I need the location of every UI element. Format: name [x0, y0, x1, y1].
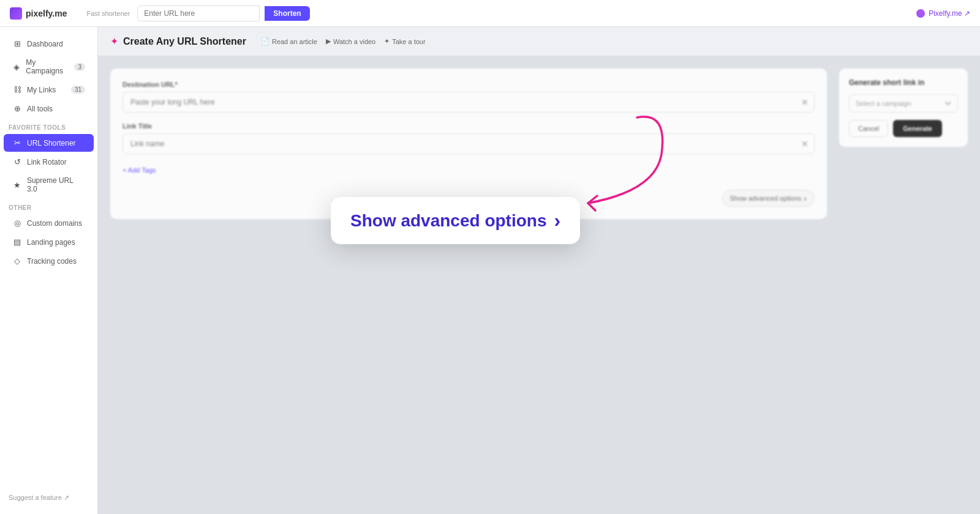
sidebar-item-label: Supreme URL 3.0 — [27, 176, 85, 193]
sidebar-item-label: Dashboard — [27, 40, 63, 48]
topbar-left: pixelfy.me Fast shortener Shorten — [10, 6, 310, 21]
page-title-area: ✦ Create Any URL Shortener — [110, 35, 246, 47]
take-tour-label: Take a tour — [392, 38, 425, 45]
tracking-icon: ◇ — [12, 256, 22, 266]
advanced-options-button[interactable]: Show advanced options › — [722, 190, 815, 207]
sidebar-item-my-links[interactable]: ⛓ My Links 31 — [4, 81, 94, 99]
link-title-input[interactable] — [123, 133, 815, 154]
generate-button[interactable]: Generate — [893, 120, 942, 137]
campaigns-badge: 3 — [74, 63, 85, 71]
sidebar-item-label: My Campaigns — [26, 58, 69, 75]
sidebar-item-dashboard[interactable]: ⊞ Dashboard — [4, 35, 94, 53]
link-title-group: Link Title ✕ — [123, 122, 815, 154]
links-badge: 31 — [71, 86, 85, 94]
destination-url-group: Destination URL* ✕ — [123, 81, 815, 113]
star-icon: ★ — [12, 181, 22, 190]
sidebar-item-landing-pages[interactable]: ▤ Landing pages — [4, 233, 94, 251]
panel-actions: Cancel Generate — [849, 120, 958, 137]
cancel-button[interactable]: Cancel — [849, 120, 888, 137]
logo-icon — [10, 7, 22, 20]
page-icon: ▤ — [12, 237, 22, 247]
sidebar-item-label: Link Rotator — [27, 158, 67, 166]
other-section: OTHER — [0, 198, 97, 214]
destination-url-input[interactable] — [123, 92, 815, 113]
sidebar-item-custom-domains[interactable]: ◎ Custom domains — [4, 214, 94, 232]
sidebar-item-my-campaigns[interactable]: ◈ My Campaigns 3 — [4, 54, 94, 80]
right-panel: Generate short link in Select a campaign… — [839, 69, 968, 147]
shorten-button[interactable]: Shorten — [265, 6, 309, 21]
page-header: ✦ Create Any URL Shortener 📄 Read an art… — [98, 27, 980, 56]
page-title-icon: ✦ — [110, 35, 118, 47]
link-title-clear-icon[interactable]: ✕ — [801, 139, 809, 149]
link-title-label: Link Title — [123, 122, 815, 130]
add-tags-link[interactable]: + Add Tags — [123, 166, 156, 174]
sidebar-item-url-shortener[interactable]: ✂ URL Shortener — [4, 134, 94, 152]
sidebar-item-tracking-codes[interactable]: ◇ Tracking codes — [4, 252, 94, 270]
content-area: Destination URL* ✕ Link Title ✕ + Add Ta… — [98, 56, 980, 231]
right-panel-title: Generate short link in — [849, 78, 958, 87]
watch-video-label: Watch a video — [333, 38, 375, 45]
video-icon: ▶ — [326, 37, 331, 45]
sidebar-item-label: My Links — [27, 86, 56, 94]
topbar-right: Pixelfy.me ↗ — [916, 9, 970, 18]
sidebar-item-label: Custom domains — [27, 219, 82, 228]
sidebar-item-label: All tools — [27, 105, 53, 113]
account-icon — [916, 9, 925, 18]
article-icon: 📄 — [261, 37, 270, 45]
sidebar-item-label: Landing pages — [27, 238, 75, 247]
sidebar-item-label: URL Shortener — [27, 139, 76, 147]
read-article-label: Read an article — [272, 38, 317, 45]
destination-url-clear-icon[interactable]: ✕ — [801, 97, 809, 107]
logo: pixelfy.me — [10, 7, 67, 20]
fast-shortener: Fast shortener Shorten — [86, 6, 309, 21]
campaigns-icon: ◈ — [12, 62, 21, 72]
logo-text: pixelfy.me — [26, 9, 67, 18]
fast-shortener-label: Fast shortener — [86, 10, 130, 17]
tools-icon: ⊕ — [12, 104, 22, 113]
sidebar: ⊞ Dashboard ◈ My Campaigns 3 ⛓ My Links … — [0, 27, 98, 514]
take-tour-link[interactable]: ✦ Take a tour — [384, 37, 425, 45]
form-panel: Destination URL* ✕ Link Title ✕ + Add Ta… — [110, 69, 827, 219]
page-header-links: 📄 Read an article ▶ Watch a video ✦ Take… — [261, 37, 426, 45]
link-title-input-wrap: ✕ — [123, 133, 815, 154]
grid-icon: ⊞ — [12, 39, 22, 48]
destination-url-label: Destination URL* — [123, 81, 815, 88]
destination-url-input-wrap: ✕ — [123, 92, 815, 113]
sidebar-item-link-rotator[interactable]: ↺ Link Rotator — [4, 153, 94, 171]
sidebar-item-supreme-url[interactable]: ★ Supreme URL 3.0 — [4, 172, 94, 198]
rotate-icon: ↺ — [12, 157, 22, 166]
read-article-link[interactable]: 📄 Read an article — [261, 37, 317, 45]
watch-video-link[interactable]: ▶ Watch a video — [326, 37, 375, 45]
account-label[interactable]: Pixelfy.me ↗ — [929, 9, 970, 18]
links-icon: ⛓ — [12, 85, 22, 94]
layout: ⊞ Dashboard ◈ My Campaigns 3 ⛓ My Links … — [0, 27, 980, 514]
scissors-icon: ✂ — [12, 138, 22, 147]
sidebar-item-label: Tracking codes — [27, 257, 77, 266]
tour-icon: ✦ — [384, 37, 390, 45]
advanced-options-chevron: › — [804, 193, 807, 203]
fast-shortener-input[interactable] — [137, 6, 260, 21]
page-title: Create Any URL Shortener — [123, 36, 246, 47]
campaign-select[interactable]: Select a campaign — [849, 94, 958, 113]
domain-icon: ◎ — [12, 218, 22, 228]
favorite-tools-section: FAVORITE TOOLS — [0, 118, 97, 133]
main-content: ✦ Create Any URL Shortener 📄 Read an art… — [98, 27, 980, 514]
advanced-options-label: Show advanced options — [730, 195, 802, 202]
topbar: pixelfy.me Fast shortener Shorten Pixelf… — [0, 0, 980, 27]
sidebar-item-all-tools[interactable]: ⊕ All tools — [4, 100, 94, 117]
suggest-feature[interactable]: Suggest a feature ↗ — [0, 489, 97, 507]
